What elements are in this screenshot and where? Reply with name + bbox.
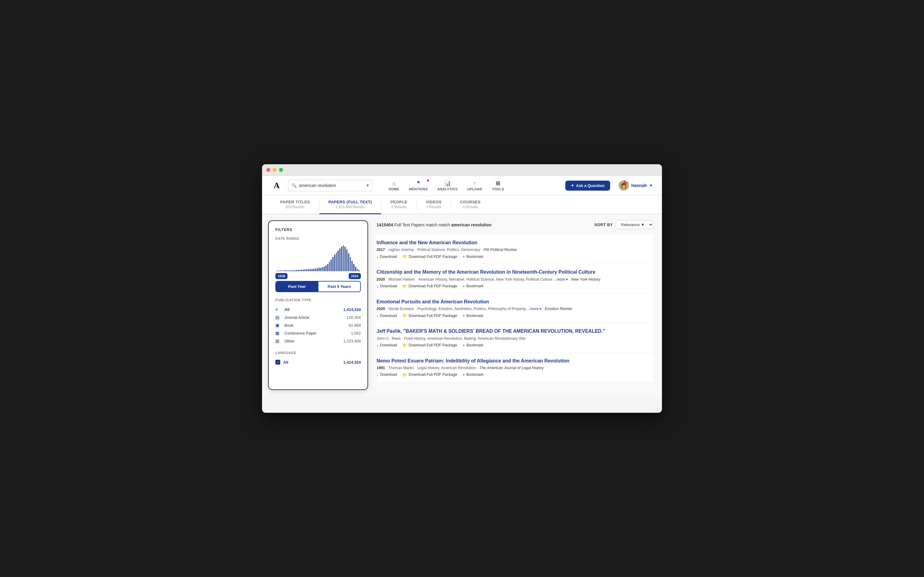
result-title-5[interactable]: Nemo Potest Exuere Patriam: Indelibility… [377, 358, 654, 364]
download-button-3[interactable]: ↓Download [377, 313, 397, 318]
pub-type-conference[interactable]: ▦ Conference Paper 1,562 [275, 329, 361, 337]
download-button-1[interactable]: ↓Download [377, 254, 397, 259]
pub-type-conference-icon: ▦ [275, 330, 282, 335]
close-button[interactable] [266, 168, 270, 172]
pub-type-book-icon: ▣ [275, 323, 282, 327]
result-title-4[interactable]: Jeff Pavlik, "BAKER'S MATH & SOLDIERS' B… [377, 328, 654, 335]
tab-papers-full-text[interactable]: PAPERS (FULL TEXT) 1,415,404 Results [319, 195, 381, 214]
nav-tools[interactable]: ⊞ TOOLS [488, 179, 508, 192]
tab-people[interactable]: PEOPLE 2 Results [382, 195, 417, 214]
result-tags-5: Legal History, American Revolution [417, 366, 476, 370]
minimize-button[interactable] [273, 168, 277, 172]
bookmark-icon-1: + [463, 254, 465, 259]
language-label: LANGUAGE [275, 351, 361, 355]
histogram-bar [348, 253, 349, 272]
result-author-5: Thomas Martin [388, 366, 414, 370]
download-pdf-button-2[interactable]: 📁Download Full PDF Package [402, 284, 457, 288]
lang-all-checkbox[interactable]: ✓ [275, 360, 280, 364]
filters-panel: FILTERS DATE RANGE 1938 2024 Past Year P… [268, 220, 368, 390]
histogram-bar [294, 270, 295, 271]
logo: A [271, 180, 282, 191]
result-actions-4: ↓Download 📁Download Full PDF Package +Bo… [377, 343, 654, 348]
bookmark-button-5[interactable]: +Bookmark [463, 372, 483, 377]
histogram-bar [315, 268, 316, 271]
results-area: 1415404 Full Text Papers match match ame… [368, 214, 662, 396]
search-dropdown-arrow[interactable]: ▼ [366, 183, 370, 188]
pub-type-other[interactable]: ▧ Other 1,233,489 [275, 337, 361, 345]
range-end-handle[interactable]: 2024 [349, 273, 361, 279]
histogram-bar [350, 257, 351, 271]
range-start-handle[interactable]: 1938 [275, 273, 288, 279]
lang-all[interactable]: ✓ All 1,414,324 [275, 358, 361, 366]
pub-type-conference-name: Conference Paper [285, 331, 348, 335]
result-year-1: 2017 [377, 248, 385, 252]
search-bar[interactable]: 🔍 ▼ [288, 180, 373, 191]
sort-select[interactable]: Relevance ▼ [616, 220, 654, 229]
download-icon-2: ↓ [377, 284, 379, 288]
tab-videos[interactable]: VIDEOS 3 Results [417, 195, 451, 214]
result-more-2[interactable]: ...more ▾ [554, 277, 568, 282]
bookmark-button-1[interactable]: +Bookmark [463, 254, 483, 259]
tab-courses[interactable]: COURSES 0 Results [451, 195, 490, 214]
pub-type-journal[interactable]: ▤ Journal Article 116,304 [275, 313, 361, 321]
user-area[interactable]: 👩 49 Hannah ▼ [619, 180, 653, 190]
download-pdf-button-5[interactable]: 📁Download Full PDF Package [402, 372, 457, 377]
lang-all-name: All [283, 360, 340, 364]
download-button-2[interactable]: ↓Download [377, 284, 397, 288]
user-dropdown-arrow[interactable]: ▼ [649, 183, 653, 188]
maximize-button[interactable] [279, 168, 283, 172]
histogram-bar [330, 260, 332, 271]
range-handles: 1938 2024 [275, 273, 361, 279]
download-pdf-button-1[interactable]: 📁Download Full PDF Package [402, 254, 457, 259]
tab-paper-titles[interactable]: PAPER TITLES 823 Results [271, 195, 319, 214]
search-input[interactable] [299, 183, 364, 188]
nav-home[interactable]: ⌂ HOME [385, 179, 403, 192]
bookmark-button-2[interactable]: +Bookmark [463, 284, 483, 288]
nav-analytics[interactable]: 📊 ANALYTICS [434, 179, 461, 192]
histogram-bar [299, 270, 301, 271]
past-year-button[interactable]: Past Year [276, 282, 319, 292]
nav-mentions[interactable]: ❝ MENTIONS [406, 179, 431, 192]
histogram-bar [322, 267, 323, 271]
histogram-bar [320, 268, 322, 271]
tab-videos-label: VIDEOS [426, 200, 442, 204]
download-pdf-button-3[interactable]: 📁Download Full PDF Package [402, 313, 457, 318]
bookmark-icon-4: + [463, 343, 465, 348]
result-title-3[interactable]: Emotional Pursuits and the American Revo… [377, 298, 654, 305]
result-more-3[interactable]: ...more ▾ [527, 307, 541, 311]
result-author-3: Nicole Eustace [388, 307, 414, 311]
pub-type-book[interactable]: ▣ Book 62,969 [275, 321, 361, 329]
download-button-4[interactable]: ↓Download [377, 343, 397, 348]
histogram-bar [334, 255, 335, 271]
histogram-bar [339, 248, 341, 271]
result-item-4: Jeff Pavlik, "BAKER'S MATH & SOLDIERS' B… [377, 323, 654, 353]
pdf-icon-5: 📁 [402, 372, 407, 377]
past-5-years-button[interactable]: Past 5 Years [319, 282, 361, 292]
histogram-bar [319, 268, 320, 271]
histogram-bar [306, 269, 307, 271]
pub-type-all-icon: ≡ [275, 307, 282, 312]
pub-type-journal-count: 116,304 [346, 315, 361, 320]
result-journal-2: New York History [571, 277, 600, 282]
ask-question-button[interactable]: ✦ Ask a Question [565, 181, 610, 190]
result-meta-4: John U . Rees · Food History, American R… [377, 336, 654, 341]
histogram-bar [291, 270, 292, 271]
result-title-2[interactable]: Citizenship and the Memory of the Americ… [377, 269, 654, 276]
result-author-1: raghav sharma [388, 248, 414, 252]
download-pdf-button-4[interactable]: 📁Download Full PDF Package [402, 343, 457, 348]
download-button-5[interactable]: ↓Download [377, 372, 397, 377]
search-icon: 🔍 [291, 183, 296, 188]
pub-type-other-count: 1,233,489 [343, 339, 361, 343]
result-tags-3: Psychology, Emotion, Aesthetics, Politic… [417, 307, 526, 311]
result-title-1[interactable]: Influence and the New American Revolutio… [377, 239, 654, 246]
nav-upload[interactable]: ↑ UPLOAD [464, 179, 486, 192]
pub-type-all[interactable]: ≡ All 1,414,324 [275, 305, 361, 313]
date-range-chart[interactable]: 1938 2024 [275, 244, 361, 277]
pub-type-conference-count: 1,562 [351, 331, 361, 335]
pdf-icon-2: 📁 [402, 284, 407, 288]
download-icon-1: ↓ [377, 254, 379, 259]
bookmark-button-3[interactable]: +Bookmark [463, 313, 483, 318]
bookmark-button-4[interactable]: +Bookmark [463, 343, 483, 348]
result-journal-3: Emotion Review [545, 307, 572, 311]
histogram-bar [308, 269, 309, 271]
